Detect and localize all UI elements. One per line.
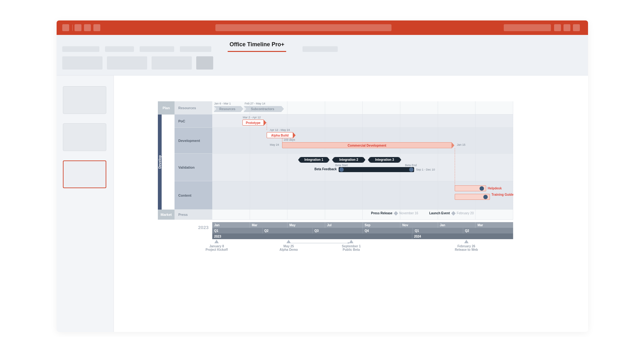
task-dates: Feb 27 - May 14	[245, 102, 265, 105]
slide-canvas[interactable]: Plan Develop Market Resources PoC Develo…	[114, 76, 588, 332]
month-cell: May	[287, 222, 325, 228]
titlebar-account[interactable]	[504, 24, 551, 31]
ribbon-tool-active[interactable]	[196, 56, 213, 70]
task-beta-feedback[interactable]	[339, 167, 414, 172]
task-alpha-build[interactable]: Alpha Build	[267, 132, 293, 138]
row-label-validation: Validation	[175, 154, 212, 181]
plot-area: Jan 6 - Mar 1 Resources Feb 27 - May 14 …	[212, 101, 513, 220]
window-min-button[interactable]	[554, 24, 561, 31]
milestone-public-beta: September 1 Public Beta	[342, 240, 361, 251]
year-cell: 2023	[212, 233, 412, 239]
milestone-date: September 1	[342, 244, 361, 248]
task-helpdesk[interactable]	[455, 185, 486, 191]
task-subcontractors[interactable]: Subcontractors	[244, 106, 281, 112]
task-start-date: May 24	[270, 143, 279, 146]
titlebar-search[interactable]	[215, 24, 391, 31]
task-prototype[interactable]: Prototype	[242, 120, 264, 126]
milestone-dot-icon	[480, 186, 484, 191]
month-cell: Nov	[400, 222, 438, 228]
milestone-kickoff: January 8 Project Kickoff	[206, 240, 228, 251]
ribbon-tab-placeholder[interactable]	[140, 46, 174, 52]
quarter-cell: Q1	[212, 228, 263, 233]
row-label-content: Content	[175, 181, 212, 210]
titlebar	[57, 20, 588, 35]
row-label-press: Press	[175, 210, 212, 220]
diamond-icon	[394, 211, 398, 215]
task-label: Commercial Development	[348, 144, 386, 147]
task-integration-1[interactable]: Integration 1	[300, 157, 327, 163]
row-label-resources: Resources	[175, 101, 212, 115]
task-dates: Jan 6 - Mar 1	[214, 102, 231, 105]
ribbon-tool[interactable]	[107, 56, 147, 70]
milestone-press-release: Press Release	[371, 211, 392, 215]
quarter-cell: Q1	[413, 228, 463, 233]
ribbon-tool[interactable]	[62, 56, 103, 70]
milestone-dot-beta-end	[409, 167, 414, 172]
quarter-cell: Q3	[313, 228, 363, 233]
month-cell: Mar	[250, 222, 288, 228]
triangle-icon	[349, 240, 353, 243]
titlebar-button[interactable]	[93, 24, 100, 31]
slide-thumbnail[interactable]	[63, 123, 106, 151]
titlebar-button[interactable]	[75, 24, 81, 31]
diamond-icon	[451, 211, 456, 215]
swimlane-category-market: Market	[158, 210, 175, 220]
year-label-left: 2023	[198, 225, 208, 230]
milestone-date: February 26	[455, 244, 478, 248]
row-label-development: Development	[175, 128, 212, 154]
milestone-date: January 8	[206, 244, 228, 248]
task-duration: 169 days	[284, 138, 295, 141]
timescale: Jan Mar May Jul Sep Nov Jan Mar Q1 Q2 Q3…	[212, 222, 513, 239]
month-cell: Sep	[363, 222, 401, 228]
slide-thumbnail-active[interactable]	[63, 160, 106, 188]
milestone-date: May 25	[280, 244, 298, 248]
task-label: Alpha Build	[271, 134, 289, 137]
milestone-dot-icon	[483, 195, 488, 199]
row-label-poc: PoC	[175, 115, 212, 128]
task-integration-3[interactable]: Integration 3	[370, 157, 399, 163]
ribbon-tab-placeholder[interactable]	[62, 46, 99, 52]
milestone-label: Alpha Demo	[280, 248, 298, 251]
ribbon-tool[interactable]	[152, 56, 192, 70]
milestone-dot-beta-start	[339, 167, 344, 172]
task-resources[interactable]: Resources	[214, 106, 241, 112]
window-max-button[interactable]	[564, 24, 570, 31]
app-window: Office Timeline Pro+ Plan Develop Market	[57, 20, 588, 332]
milestone-date: February 20	[457, 211, 474, 215]
window-close-button[interactable]	[573, 24, 580, 31]
titlebar-button[interactable]	[84, 24, 91, 31]
task-range-beta: Sep 1 - Dec 10	[416, 168, 435, 171]
milestone-label: Release to Web	[455, 248, 478, 251]
task-integration-2[interactable]: Integration 2	[334, 157, 363, 163]
titlebar-button[interactable]	[62, 24, 69, 31]
task-end-date: Jan 15	[457, 143, 465, 146]
quarter-cell: Q2	[263, 228, 313, 233]
task-label-beta-feedback: Beta Feedback	[314, 167, 337, 171]
slide-thumbnails	[57, 76, 114, 332]
triangle-icon	[214, 240, 219, 243]
triangle-icon	[464, 240, 469, 243]
month-cell: Jul	[325, 222, 363, 228]
ribbon-tab-placeholder[interactable]	[180, 46, 211, 52]
task-training-guide[interactable]	[455, 194, 490, 200]
task-dates: Apr 12 - May 24	[270, 128, 290, 132]
milestone-label: Public Beta	[342, 248, 361, 251]
milestone-arrow	[290, 243, 349, 243]
month-cell: Mar	[475, 222, 513, 228]
quarter-cell: Q4	[363, 228, 413, 233]
ribbon-tab-placeholder[interactable]	[105, 46, 134, 52]
task-commercial-development[interactable]: Commercial Development	[282, 142, 452, 148]
milestone-alpha-demo: May 25 Alpha Demo	[280, 240, 298, 251]
ribbon-tab-office-timeline[interactable]: Office Timeline Pro+	[228, 41, 286, 52]
triangle-icon	[286, 240, 291, 243]
milestone-release-to-web: February 26 Release to Web	[455, 240, 478, 251]
ribbon-tab-placeholder[interactable]	[303, 46, 338, 52]
task-label-helpdesk: Helpdesk	[488, 185, 502, 191]
month-cell: Jan	[212, 222, 250, 228]
titlebar-separator	[72, 25, 73, 31]
slide-thumbnail[interactable]	[63, 86, 106, 114]
milestone-launch-event: Launch Event	[429, 211, 450, 215]
task-label-training-guide: Training Guide	[491, 193, 514, 199]
milestone-date: November 16	[399, 211, 418, 215]
task-label: Prototype	[246, 121, 261, 125]
